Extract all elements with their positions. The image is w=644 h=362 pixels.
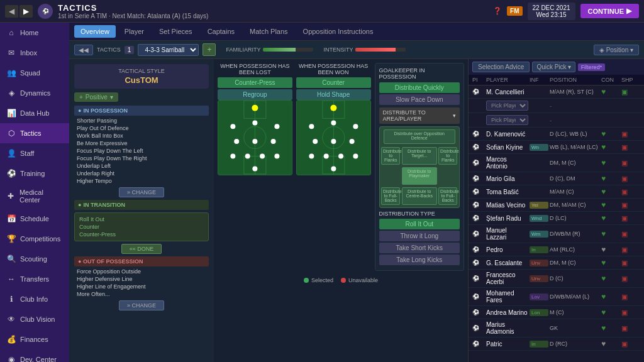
- ip-item-4: Focus Play Down The Left: [74, 147, 209, 155]
- slow-pace-button[interactable]: Slow Pace Down: [379, 94, 460, 105]
- sidebar-item-datahub[interactable]: 📊 Data Hub: [0, 103, 69, 123]
- continue-button[interactable]: CONTINUE ▶: [580, 4, 639, 18]
- player-row-kamenovic[interactable]: ⚽ D. Kamenović D (LC), WB (L) ♥ ▣: [469, 128, 644, 141]
- dist-flanks-right[interactable]: Distribute to Flanks: [438, 147, 457, 165]
- tab-player[interactable]: Player: [118, 25, 150, 38]
- player-pos-fa: D (C): [550, 275, 600, 282]
- tab-opposition[interactable]: Opposition Instructions: [297, 25, 380, 38]
- player-shp-0: ▣: [621, 88, 640, 96]
- field-svg-lost: [218, 101, 292, 175]
- sidebar-item-schedule[interactable]: 📅 Schedule: [0, 209, 69, 229]
- formation-select[interactable]: 4-3-3 Sarriball: [138, 44, 199, 56]
- tab-match-plans[interactable]: Match Plans: [243, 25, 294, 38]
- sidebar-item-clubvision[interactable]: 👁 Club Vision: [0, 309, 69, 329]
- throw-long-button[interactable]: Throw it Long: [379, 231, 460, 241]
- player-row-marino[interactable]: ⚽ Andrea Marino Lon M (C) ♥ ▣: [469, 306, 644, 319]
- back-button[interactable]: ◀: [5, 5, 18, 18]
- player-inf-ml: Wrn: [530, 231, 548, 238]
- sidebar-item-devcenter[interactable]: ◉ Dev. Center: [0, 349, 69, 362]
- page-subtitle: 1st in Serie A TIM · Next Match: Atalant…: [58, 13, 208, 19]
- player-pi-sr: ⚽: [472, 215, 485, 221]
- player-row-marcos[interactable]: ⚽ Marcos Antonio DM, M (C) ♥ ▣: [469, 154, 644, 172]
- player-con-ge: ♥: [601, 258, 620, 267]
- tab-set-pieces[interactable]: Set Pieces: [153, 25, 199, 38]
- selection-advice-button[interactable]: Selection Advice: [472, 62, 530, 72]
- sidebar-item-finances[interactable]: 💰 Finances: [0, 329, 69, 349]
- change-out-possession-button[interactable]: » CHANGE: [119, 300, 164, 310]
- distribute-quickly-button[interactable]: Distribute Quickly: [379, 82, 460, 93]
- add-tactic-button[interactable]: +: [203, 43, 216, 56]
- forward-button[interactable]: ▶: [19, 5, 33, 18]
- sidebar-item-clubinfo[interactable]: ℹ Club Info: [0, 289, 69, 309]
- player-pi-tb: ⚽: [472, 189, 485, 195]
- player-pi-am: ⚽: [472, 309, 485, 315]
- dist-opposition-defence[interactable]: Distribute over Opposition Defence: [384, 129, 455, 144]
- pick-player-select-1[interactable]: Pick Player: [486, 101, 528, 111]
- done-button[interactable]: «« DONE: [121, 244, 162, 254]
- mentality-label[interactable]: + Positive ▾: [74, 92, 118, 102]
- tactics-left-panel: TACTICAL STYLE CusTOM + Positive ▾ ● IN: [69, 59, 214, 362]
- player-row-pedro[interactable]: ⚽ Pedro In AM (RLC) ♥ ▣: [469, 243, 644, 256]
- filtered-badge[interactable]: Filtered*: [578, 63, 606, 71]
- roll-it-out-button[interactable]: Roll It Out: [379, 219, 460, 229]
- sidebar-item-transfers[interactable]: ↔ Transfers: [0, 269, 69, 289]
- player-row-acerbi[interactable]: ⚽ Francesco Acerbi Unv D (C) ♥ ▣: [469, 270, 644, 288]
- dist-playmaker[interactable]: Distribute to Playmaker: [402, 167, 437, 185]
- player-row-basic[interactable]: ⚽ Toma Bašić M/AM (C) ♥ ▣: [469, 185, 644, 199]
- field-svg-won: [297, 101, 370, 175]
- sidebar-item-scouting[interactable]: 🔍 Scouting: [0, 249, 69, 269]
- dist-target[interactable]: Distribute to Target...: [402, 147, 437, 165]
- sidebar-item-medical[interactable]: ✚ Medical Center: [0, 184, 69, 209]
- player-row-vecino[interactable]: ⚽ Matias Vecino Yel DM, M/AM (C) ♥ ▣: [469, 199, 644, 212]
- short-kicks-button[interactable]: Take Short Kicks: [379, 243, 460, 253]
- quick-pick-dropdown[interactable]: Quick Pick ▾: [532, 62, 575, 72]
- player-row-gila[interactable]: ⚽ Mario Gila D (C), DM ♥ ▣: [469, 172, 644, 185]
- player-row-radu[interactable]: ⚽ Ștefan Radu Wnd D (LC) ♥ ▣: [469, 212, 644, 225]
- player-row-patric[interactable]: ⚽ Patric In D (RC) ♥ ▣: [469, 337, 644, 351]
- intensity-bar-fill: [355, 48, 396, 52]
- player-row-cancellieri[interactable]: ⚽ M. Cancellieri M/AM (R), ST (C) ♥ ▣: [469, 85, 644, 99]
- svg-point-15: [274, 124, 279, 129]
- sidebar-item-inbox[interactable]: ✉ Inbox: [0, 43, 69, 63]
- sidebar-item-dynamics[interactable]: ◈ Dynamics: [0, 83, 69, 103]
- counter-button[interactable]: Counter: [296, 77, 371, 88]
- dist-full-backs-left[interactable]: Distribute to Full-Backs: [381, 187, 400, 205]
- tactics-back-button[interactable]: ◀◀: [74, 45, 93, 55]
- sidebar-item-training[interactable]: ⚽ Training: [0, 163, 69, 184]
- player-shp-k: ▣: [621, 130, 640, 138]
- pick-player-row-1[interactable]: Pick Player -: [469, 99, 644, 113]
- sidebar-item-home[interactable]: ⌂ Home: [0, 23, 69, 43]
- change-possession-button[interactable]: » CHANGE: [119, 187, 164, 197]
- help-icon[interactable]: ❓: [493, 7, 502, 15]
- sidebar-item-competitions[interactable]: 🏆 Competitions: [0, 229, 69, 249]
- player-row-kiyine[interactable]: ⚽ Sofian Kiyine Wn WB (L), M/AM (LC) ♥ ▣: [469, 141, 644, 154]
- dist-centre-backs[interactable]: Distribute to Centre-Backs: [402, 187, 437, 205]
- player-name-pat: Patric: [486, 341, 528, 348]
- player-name-0: M. Cancellieri: [486, 89, 528, 96]
- position-button[interactable]: ◈ Position ▾: [594, 45, 639, 55]
- sidebar-item-squad[interactable]: 👥 Squad: [0, 63, 69, 83]
- possession-row: WHEN POSSESSION HAS BEEN LOST Counter-Pr…: [218, 63, 464, 271]
- player-row-fares[interactable]: ⚽ Mohamed Fares Lov D/WB/M/AM (L) ♥ ▣: [469, 288, 644, 306]
- sidebar-item-staff[interactable]: 👤 Staff: [0, 143, 69, 163]
- counter-press-button[interactable]: Counter-Press: [218, 77, 292, 88]
- player-name-k: D. Kamenović: [486, 131, 528, 138]
- pick-player-row-2[interactable]: Pick Player -: [469, 113, 644, 128]
- tab-captains[interactable]: Captains: [201, 25, 241, 38]
- it-item-1: Counter: [79, 223, 204, 231]
- player-row-adamonis[interactable]: ⚽ Marius Adamonis GK ♥ ▣: [469, 319, 644, 337]
- player-inf-mf: Lov: [530, 293, 548, 300]
- hold-shape-button[interactable]: Hold Shape: [296, 89, 371, 100]
- clubinfo-icon: ℹ: [6, 294, 16, 304]
- pick-player-select-2[interactable]: Pick Player: [486, 115, 528, 125]
- regroup-button[interactable]: Regroup: [218, 89, 292, 100]
- player-row-escalante[interactable]: ⚽ G. Escalante Unv DM, M (C) ♥ ▣: [469, 256, 644, 270]
- long-kicks-button[interactable]: Take Long Kicks: [379, 255, 460, 265]
- dist-flanks-left[interactable]: Distribute to Flanks: [381, 147, 400, 165]
- tab-overview[interactable]: Overview: [74, 25, 116, 38]
- positive-icon: +: [79, 94, 83, 101]
- ip-item-0: Shorter Passing: [74, 117, 209, 124]
- dist-full-backs-right[interactable]: Distribute to Full-Backs: [438, 187, 457, 205]
- sidebar-item-tactics[interactable]: ⬡ Tactics: [0, 123, 69, 143]
- player-row-lazzari[interactable]: ⚽ Manuel Lazzari Wrn D/WB/M (R) ♥ ▣: [469, 225, 644, 243]
